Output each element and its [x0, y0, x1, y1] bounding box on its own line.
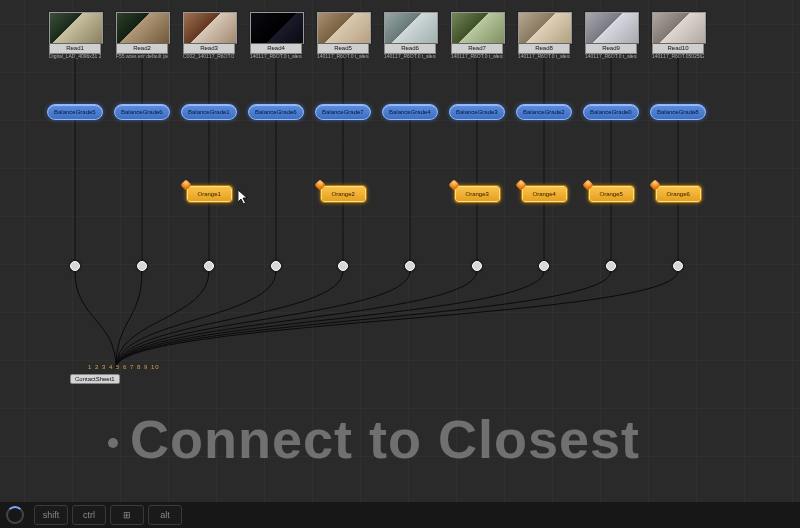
- read-label: Read8: [518, 44, 570, 54]
- dot-node-4[interactable]: [271, 261, 281, 271]
- balancegrade-node-8[interactable]: BalanceGrade2: [516, 104, 572, 120]
- read-node-4[interactable]: Read4140117_R6OT.0 t_alexa_logc-w: [250, 12, 302, 59]
- dot-node-3[interactable]: [204, 261, 214, 271]
- read-node-10[interactable]: Read10140117_R6OT.0502562.exr: [652, 12, 704, 59]
- key-shift[interactable]: shift: [34, 505, 68, 525]
- dot-node-7[interactable]: [472, 261, 482, 271]
- overlay-title: Connect to Closest: [130, 408, 640, 470]
- dot-node-9[interactable]: [606, 261, 616, 271]
- read-node-2[interactable]: Read2F55.aces.exr default (aces): [116, 12, 168, 59]
- read-filename: Digital_LAD_4096x31 2.cin (R_adx10): [49, 54, 101, 60]
- read-filename: F55.aces.exr default (aces): [116, 54, 168, 60]
- selected-orange-node-3[interactable]: Orange1: [187, 186, 232, 202]
- read-thumbnail: [317, 12, 371, 44]
- balancegrade-node-10[interactable]: BalanceGrade8: [650, 104, 706, 120]
- read-filename: 140117_R6OT.0 t_alexa_logc-w: [384, 54, 436, 60]
- balancegrade-node-7[interactable]: BalanceGrade3: [449, 104, 505, 120]
- status-bar: shift ctrl ⊞ alt: [0, 502, 800, 528]
- dot-node-10[interactable]: [673, 261, 683, 271]
- read-thumbnail: [49, 12, 103, 44]
- read-label: Read9: [585, 44, 637, 54]
- dot-node-8[interactable]: [539, 261, 549, 271]
- read-thumbnail: [518, 12, 572, 44]
- balancegrade-node-5[interactable]: BalanceGrade7: [315, 104, 371, 120]
- dot-node-2[interactable]: [137, 261, 147, 271]
- read-filename: C002_140117_R6OT.0 t_alexa_logc-w: [183, 54, 235, 60]
- key-win[interactable]: ⊞: [110, 505, 144, 525]
- read-filename: 140117_R6OT.0 t_alexa_logc-w: [585, 54, 637, 60]
- read-filename: 140117_R6OT.0 t_alexa_logc-w: [317, 54, 369, 60]
- read-thumbnail: [183, 12, 237, 44]
- dot-node-6[interactable]: [405, 261, 415, 271]
- balancegrade-node-1[interactable]: BalanceGrade5: [47, 104, 103, 120]
- read-filename: 140117_R6OT.0 t_alexa_logc-w: [250, 54, 302, 60]
- read-thumbnail: [451, 12, 505, 44]
- read-label: Read10: [652, 44, 704, 54]
- read-node-3[interactable]: Read3C002_140117_R6OT.0 t_alexa_logc-w: [183, 12, 235, 59]
- balancegrade-node-9[interactable]: BalanceGrade0: [583, 104, 639, 120]
- read-filename: 140117_R6OT.0502562.exr: [652, 54, 704, 60]
- read-thumbnail: [250, 12, 304, 44]
- read-thumbnail: [116, 12, 170, 44]
- processing-spinner-icon: [6, 506, 24, 524]
- read-label: Read2: [116, 44, 168, 54]
- selected-orange-node-7[interactable]: Orange3: [455, 186, 500, 202]
- contactsheet-node[interactable]: ContactSheet1: [70, 374, 120, 384]
- key-alt[interactable]: alt: [148, 505, 182, 525]
- read-filename: 140117_R6OT.0 t_alexa_logc-w: [518, 54, 570, 60]
- balancegrade-node-4[interactable]: BalanceGrade6: [248, 104, 304, 120]
- node-graph-canvas[interactable]: Read1Digital_LAD_4096x31 2.cin (R_adx10)…: [0, 0, 800, 528]
- read-label: Read4: [250, 44, 302, 54]
- dot-node-5[interactable]: [338, 261, 348, 271]
- mouse-cursor: [238, 190, 250, 206]
- read-thumbnail: [652, 12, 706, 44]
- read-label: Read5: [317, 44, 369, 54]
- dot-node-1[interactable]: [70, 261, 80, 271]
- overlay-bullet: [108, 438, 118, 448]
- read-label: Read6: [384, 44, 436, 54]
- key-ctrl[interactable]: ctrl: [72, 505, 106, 525]
- selected-orange-node-8[interactable]: Orange4: [522, 186, 567, 202]
- read-label: Read3: [183, 44, 235, 54]
- read-filename: 140117_R6OT.0 t_alexa_logc-w: [451, 54, 503, 60]
- read-node-7[interactable]: Read7140117_R6OT.0 t_alexa_logc-w: [451, 12, 503, 59]
- selected-orange-node-10[interactable]: Orange6: [656, 186, 701, 202]
- selected-orange-node-9[interactable]: Orange5: [589, 186, 634, 202]
- read-thumbnail: [585, 12, 639, 44]
- read-node-8[interactable]: Read8140117_R6OT.0 t_alexa_logc-w: [518, 12, 570, 59]
- read-node-9[interactable]: Read9140117_R6OT.0 t_alexa_logc-w: [585, 12, 637, 59]
- balancegrade-node-6[interactable]: BalanceGrade4: [382, 104, 438, 120]
- contactsheet-port-numbers: 1 2 3 4 5 6 7 8 9 10: [88, 364, 160, 370]
- read-node-1[interactable]: Read1Digital_LAD_4096x31 2.cin (R_adx10): [49, 12, 101, 59]
- selected-orange-node-5[interactable]: Orange2: [321, 186, 366, 202]
- read-label: Read7: [451, 44, 503, 54]
- read-node-5[interactable]: Read5140117_R6OT.0 t_alexa_logc-w: [317, 12, 369, 59]
- read-thumbnail: [384, 12, 438, 44]
- read-label: Read1: [49, 44, 101, 54]
- read-node-6[interactable]: Read6140117_R6OT.0 t_alexa_logc-w: [384, 12, 436, 59]
- balancegrade-node-2[interactable]: BalanceGrade6: [114, 104, 170, 120]
- balancegrade-node-3[interactable]: BalanceGrade1: [181, 104, 237, 120]
